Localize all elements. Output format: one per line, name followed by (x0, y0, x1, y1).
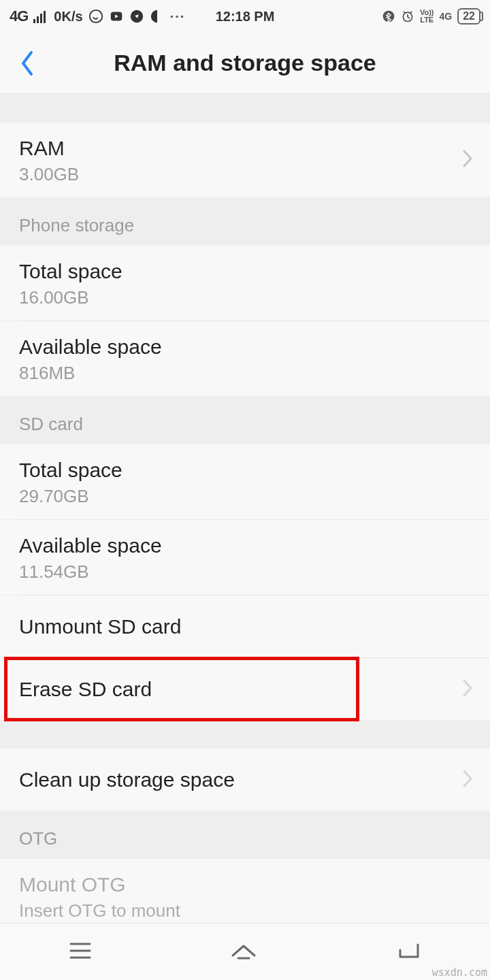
svg-rect-0 (33, 19, 35, 23)
phone-available-space-row[interactable]: Available space 816MB (0, 321, 490, 396)
sd-card-header: SD card (0, 396, 490, 444)
back-nav-button[interactable] (368, 934, 449, 970)
signal-icon (33, 10, 48, 23)
compass-icon (129, 9, 144, 24)
ram-row[interactable]: RAM 3.00GB (0, 122, 490, 197)
phone-storage-header: Phone storage (0, 197, 490, 246)
svg-rect-2 (40, 14, 42, 23)
svg-rect-1 (37, 16, 39, 23)
cleanup-label: Clean up storage space (19, 766, 471, 793)
status-time: 12:18 PM (216, 9, 275, 24)
sd-avail-value: 11.54GB (19, 561, 471, 583)
recent-apps-button[interactable] (41, 934, 120, 970)
battery-level: 22 (463, 10, 475, 22)
youtube-icon (109, 9, 124, 24)
sd-avail-label: Available space (19, 532, 471, 559)
unmount-sd-label: Unmount SD card (19, 613, 471, 640)
ram-value: 3.00GB (19, 164, 471, 185)
phone-total-value: 16.00GB (19, 287, 471, 308)
svg-point-7 (383, 11, 395, 22)
page-title: RAM and storage space (41, 50, 449, 76)
watermark: wsxdn.com (432, 966, 487, 979)
status-bar: 4G 0K/s ··· 12:18 PM Vo)) LTE 4G (0, 0, 490, 33)
erase-sd-label: Erase SD card (19, 676, 471, 702)
phone-avail-label: Available space (19, 333, 471, 360)
phone-total-label: Total space (19, 258, 471, 284)
app-header: RAM and storage space (0, 33, 490, 94)
network2-label: 4G (440, 11, 453, 22)
home-button[interactable] (201, 934, 286, 970)
chevron-right-icon (461, 768, 474, 791)
sd-total-label: Total space (19, 457, 471, 483)
phone-avail-value: 816MB (19, 363, 471, 384)
more-icon: ··· (170, 9, 186, 24)
chevron-right-icon (461, 678, 474, 701)
svg-rect-3 (44, 11, 46, 23)
battery-icon: 22 (457, 8, 480, 24)
system-nav-bar (0, 923, 490, 980)
erase-sd-row[interactable]: Erase SD card (0, 658, 490, 720)
alarm-icon (401, 10, 414, 23)
unmount-sd-row[interactable]: Unmount SD card (0, 595, 490, 657)
svg-point-4 (89, 10, 101, 22)
chevron-right-icon (461, 148, 474, 172)
ram-label: RAM (19, 135, 471, 161)
status-left: 4G 0K/s ··· (10, 7, 185, 25)
status-right: Vo)) LTE 4G 22 (382, 8, 480, 24)
mount-otg-label: Mount OTG (19, 871, 471, 898)
spacer (0, 94, 490, 122)
otg-header: OTG (0, 811, 490, 859)
back-button[interactable] (14, 46, 41, 80)
sd-available-space-row[interactable]: Available space 11.54GB (0, 520, 490, 595)
cleanup-row[interactable]: Clean up storage space (0, 749, 490, 811)
sd-total-space-row[interactable]: Total space 29.70GB (0, 444, 490, 519)
network-label: 4G (10, 7, 28, 25)
data-speed: 0K/s (54, 9, 82, 24)
whatsapp-icon (88, 9, 103, 24)
lte-text: LTE (420, 16, 434, 24)
spacer (0, 720, 490, 749)
bluetooth-icon (382, 10, 395, 23)
volte-icon: Vo)) LTE (420, 9, 434, 24)
mount-otg-sub: Insert OTG to mount (19, 900, 471, 921)
leaf-icon (150, 9, 165, 24)
sd-total-value: 29.70GB (19, 486, 471, 507)
phone-total-space-row[interactable]: Total space 16.00GB (0, 246, 490, 321)
